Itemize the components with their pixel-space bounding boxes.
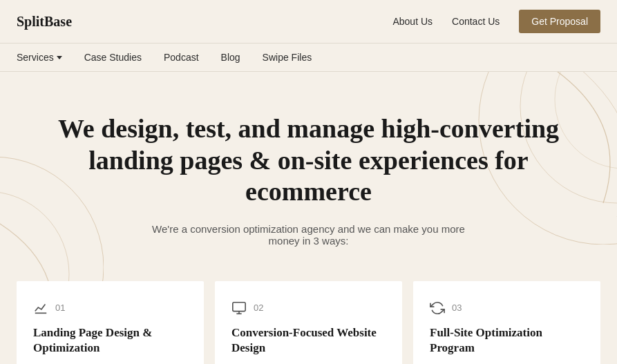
site-header: SplitBase About Us Contact Us Get Propos…: [0, 0, 617, 44]
card-2-header: 02: [231, 300, 386, 316]
card-1-title: Landing Page Design & Optimization: [33, 325, 187, 356]
services-dropdown[interactable]: Services: [17, 52, 62, 63]
about-us-link[interactable]: About Us: [392, 16, 433, 27]
hero-section: We design, test, and manage high-convert…: [0, 72, 617, 281]
card-landing-page: 01 Landing Page Design & Optimization Op…: [17, 281, 204, 364]
blog-link[interactable]: Blog: [221, 52, 240, 63]
card-1-header: 01: [33, 300, 187, 316]
svg-rect-6: [233, 303, 245, 312]
card-full-site-optimization: 03 Full-Site Optimization Program Conver…: [413, 281, 600, 364]
service-cards: 01 Landing Page Design & Optimization Op…: [0, 281, 617, 364]
swipe-files-link[interactable]: Swipe Files: [263, 52, 312, 63]
contact-us-link[interactable]: Contact Us: [452, 16, 500, 27]
card-3-header: 03: [430, 300, 584, 316]
header-navigation: About Us Contact Us Get Proposal: [392, 10, 600, 33]
services-label: Services: [17, 52, 54, 63]
card-3-title: Full-Site Optimization Program: [430, 325, 584, 356]
case-studies-link[interactable]: Case Studies: [84, 52, 142, 63]
chevron-down-icon: [57, 56, 62, 59]
hero-subtext: We're a conversion optimization agency a…: [136, 223, 482, 247]
chart-icon: [33, 300, 48, 316]
podcast-link[interactable]: Podcast: [164, 52, 199, 63]
card-3-number: 03: [452, 303, 462, 313]
card-2-number: 02: [254, 303, 263, 313]
refresh-icon: [430, 300, 445, 316]
card-2-title: Conversion-Focused Website Design: [231, 325, 386, 356]
get-proposal-button[interactable]: Get Proposal: [519, 10, 600, 33]
main-navigation: Services Case Studies Podcast Blog Swipe…: [0, 44, 617, 72]
card-website-design: 02 Conversion-Focused Website Design Loo…: [215, 281, 402, 364]
logo[interactable]: SplitBase: [17, 14, 72, 30]
card-1-number: 01: [55, 303, 65, 313]
monitor-icon: [231, 300, 247, 316]
hero-headline: We design, test, and manage high-convert…: [28, 113, 589, 208]
